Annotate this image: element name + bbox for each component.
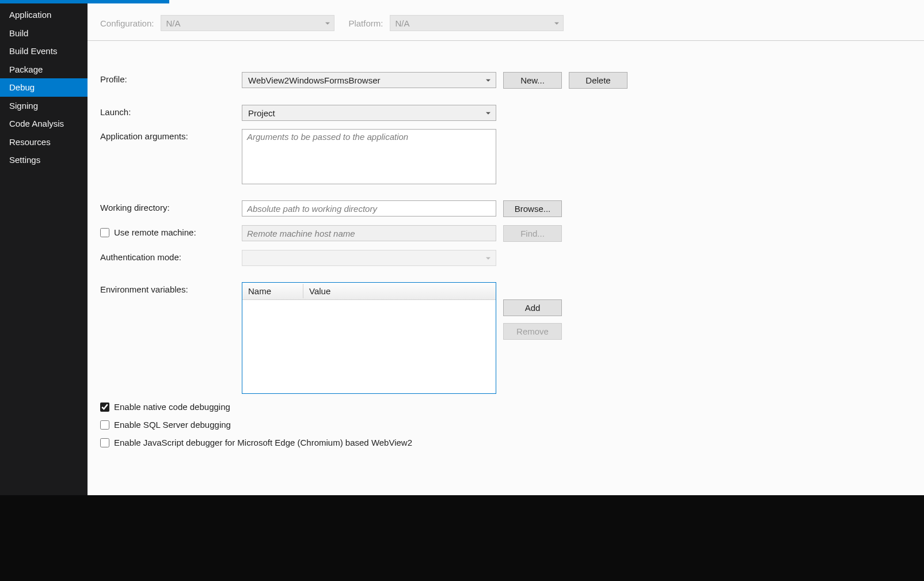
- envvar-col-value[interactable]: Value: [303, 284, 496, 298]
- sidebar-item-debug[interactable]: Debug: [0, 78, 88, 97]
- envvar-table-head: Name Value: [242, 283, 496, 300]
- sql-debug-text: Enable SQL Server debugging: [114, 420, 231, 430]
- sidebar-item-application[interactable]: Application: [0, 6, 88, 24]
- auth-label: Authentication mode:: [100, 250, 242, 262]
- sidebar-item-package[interactable]: Package: [0, 60, 88, 79]
- configuration-select[interactable]: N/A: [161, 15, 334, 31]
- configuration-label: Configuration:: [100, 18, 154, 28]
- sidebar-item-build[interactable]: Build: [0, 24, 88, 43]
- row-workdir: Working directory: Browse...: [100, 200, 911, 217]
- sidebar-item-label: Code Analysis: [9, 119, 64, 128]
- top-accent-bar: [0, 0, 169, 3]
- native-debug-row[interactable]: Enable native code debugging: [100, 402, 911, 412]
- envvar-table-body[interactable]: [242, 300, 496, 393]
- launch-select[interactable]: Project: [242, 105, 496, 121]
- sidebar-item-build-events[interactable]: Build Events: [0, 42, 88, 60]
- browse-button[interactable]: Browse...: [503, 200, 562, 217]
- form-area: Profile: WebView2WindowsFormsBrowser New…: [88, 41, 924, 468]
- row-auth: Authentication mode:: [100, 250, 911, 266]
- appargs-label: Application arguments:: [100, 129, 242, 141]
- sql-debug-row[interactable]: Enable SQL Server debugging: [100, 420, 911, 430]
- profile-label: Profile:: [100, 72, 242, 84]
- js-debug-text: Enable JavaScript debugger for Microsoft…: [114, 438, 412, 447]
- find-button: Find...: [503, 225, 562, 242]
- sidebar-item-resources[interactable]: Resources: [0, 133, 88, 151]
- row-remote: Use remote machine: Find...: [100, 225, 911, 242]
- launch-label: Launch:: [100, 105, 242, 117]
- config-bar: Configuration: N/A Platform: N/A: [88, 0, 924, 41]
- sidebar-item-label: Resources: [9, 137, 51, 147]
- sidebar-item-label: Settings: [9, 155, 40, 165]
- delete-button[interactable]: Delete: [569, 72, 628, 89]
- envvar-table[interactable]: Name Value: [242, 282, 496, 394]
- envvar-col-name[interactable]: Name: [242, 284, 303, 298]
- main-panel: Configuration: N/A Platform: N/A Profile…: [88, 0, 924, 495]
- row-launch: Launch: Project: [100, 105, 911, 121]
- add-button[interactable]: Add: [503, 299, 562, 316]
- remove-button: Remove: [503, 323, 562, 340]
- remote-checkbox[interactable]: [100, 228, 109, 237]
- sidebar-item-label: Build Events: [9, 46, 57, 56]
- sidebar-item-label: Application: [9, 10, 51, 20]
- platform-label: Platform:: [348, 18, 383, 28]
- sidebar-item-label: Debug: [9, 82, 35, 92]
- workdir-label: Working directory:: [100, 200, 242, 212]
- profile-select[interactable]: WebView2WindowsFormsBrowser: [242, 72, 496, 88]
- remote-check-text: Use remote machine:: [114, 227, 196, 237]
- remote-host-input: [242, 225, 496, 241]
- sidebar-item-label: Build: [9, 28, 28, 38]
- row-profile: Profile: WebView2WindowsFormsBrowser New…: [100, 72, 911, 89]
- new-button[interactable]: New...: [503, 72, 562, 89]
- sql-debug-checkbox[interactable]: [100, 420, 109, 430]
- sidebar-item-label: Package: [9, 64, 43, 74]
- sidebar-item-settings[interactable]: Settings: [0, 151, 88, 169]
- platform-select[interactable]: N/A: [390, 15, 564, 31]
- auth-select: [242, 250, 496, 266]
- sidebar-item-code-analysis[interactable]: Code Analysis: [0, 115, 88, 133]
- appargs-textarea[interactable]: [242, 129, 496, 184]
- js-debug-checkbox[interactable]: [100, 438, 109, 447]
- envvars-label: Environment variables:: [100, 282, 242, 294]
- bottom-checks: Enable native code debugging Enable SQL …: [100, 402, 911, 447]
- sidebar: Application Build Build Events Package D…: [0, 0, 88, 495]
- row-envvars: Environment variables: Name Value Add Re…: [100, 282, 911, 394]
- row-appargs: Application arguments:: [100, 129, 911, 184]
- app-root: Application Build Build Events Package D…: [0, 0, 924, 581]
- workdir-input[interactable]: [242, 200, 496, 217]
- js-debug-row[interactable]: Enable JavaScript debugger for Microsoft…: [100, 438, 911, 447]
- native-debug-text: Enable native code debugging: [114, 402, 230, 412]
- native-debug-checkbox[interactable]: [100, 402, 109, 412]
- remote-checkbox-label[interactable]: Use remote machine:: [100, 225, 242, 237]
- sidebar-item-label: Signing: [9, 101, 38, 111]
- sidebar-item-signing[interactable]: Signing: [0, 97, 88, 115]
